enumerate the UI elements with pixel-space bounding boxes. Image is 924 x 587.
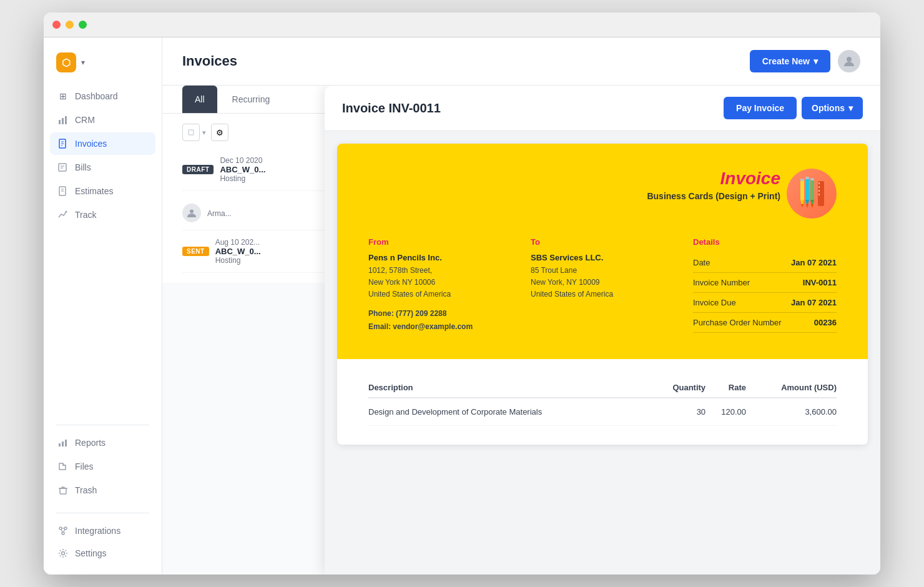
sidebar-item-settings[interactable]: Settings [50,542,155,565]
sidebar: ⬡ ▾ ⊞ Dashboard CRM [44,37,162,575]
svg-rect-16 [65,440,67,446]
sidebar-item-label: Estimates [75,186,113,196]
col-amount: Amount (USD) [746,378,837,398]
to-label: To [531,237,674,247]
crm-icon [57,114,69,126]
col-rate: Rate [705,378,746,398]
svg-marker-47 [811,204,813,208]
svg-marker-43 [806,204,808,208]
trash-icon [57,485,69,496]
panel-header: Invoice INV-0011 Pay Invoice Options ▾ [325,86,880,131]
svg-rect-14 [59,443,61,446]
sidebar-nav: ⊞ Dashboard CRM [44,85,162,418]
from-label: From [368,237,512,247]
create-new-button[interactable]: Create New ▾ [750,50,830,72]
sidebar-item-integrations[interactable]: Integrations [50,520,155,542]
details-section: Details Date Jan 07 2021 Invoice Number [693,237,837,334]
invoice-table-section: Description Quantity Rate Amount (USD) D… [337,359,868,445]
pay-invoice-button[interactable]: Pay Invoice [724,97,797,119]
detail-row-date: Date Jan 07 2021 [693,253,837,273]
status-badge: DRAFT [182,165,214,174]
svg-rect-2 [65,116,67,124]
table-settings-button[interactable]: ⚙ [211,124,229,141]
invoice-line-items-table: Description Quantity Rate Amount (USD) D… [368,378,837,426]
sidebar-item-track[interactable]: Track [50,204,155,226]
status-badge: SENT [182,247,209,256]
invoice-yellow-section: Invoice Business Cards (Design + Print) [337,144,868,359]
bills-icon [57,162,69,173]
svg-rect-37 [800,180,804,200]
sidebar-item-files[interactable]: Files [50,455,155,478]
invoice-word: Invoice [720,169,780,189]
page-title: Invoices [182,53,237,69]
sidebar-item-label: Reports [75,438,106,448]
invoice-address-grid: From Pens n Pencils Inc. 1012, 578th Str… [368,237,837,334]
cell-quantity: 30 [652,398,705,426]
svg-rect-15 [62,441,64,446]
maximize-button[interactable] [79,21,87,29]
sidebar-item-label: Files [75,461,94,471]
main-content-area: Invoices Create New ▾ [162,37,880,575]
svg-rect-17 [60,488,66,494]
options-button[interactable]: Options ▾ [802,97,863,119]
reports-icon [57,437,69,448]
col-quantity: Quantity [652,378,705,398]
table-row: Design and Development of Corporate Mate… [368,398,837,426]
sidebar-logo[interactable]: ⬡ ▾ [44,47,162,85]
minimize-button[interactable] [66,21,74,29]
detail-row-po: Purchase Order Number 00236 [693,313,837,333]
sidebar-item-invoices[interactable]: Invoices [50,132,155,155]
invoice-detail-panel: Invoice INV-0011 Pay Invoice Options ▾ [325,86,880,575]
sidebar-item-label: Integrations [75,526,120,536]
invoice-illustration [787,169,837,219]
col-description: Description [368,378,652,398]
sidebar-item-label: CRM [75,115,95,125]
svg-point-24 [62,532,64,535]
svg-rect-45 [810,179,814,200]
sidebar-item-crm[interactable]: CRM [50,109,155,131]
cell-amount: 3,600.00 [746,398,837,426]
estimates-icon [57,185,69,197]
sidebar-item-reports[interactable]: Reports [50,432,155,454]
integrations-icon [57,525,69,536]
sidebar-item-dashboard[interactable]: ⊞ Dashboard [50,85,155,107]
svg-rect-36 [818,194,820,195]
contact-name: Arma... [207,209,232,218]
chevron-down-icon: ▾ [813,56,818,66]
user-avatar[interactable] [838,50,860,72]
to-address: 85 Trout Lane New York, NY 10009 United … [531,265,674,301]
svg-point-13 [66,211,67,213]
select-all-checkbox[interactable] [182,124,200,141]
sidebar-bottom-nav: Reports Files [44,432,162,501]
cell-description: Design and Development of Corporate Mate… [368,398,652,426]
titlebar [44,12,880,37]
main-header: Invoices Create New ▾ [162,37,880,86]
svg-rect-35 [818,190,820,192]
app-logo-icon: ⬡ [56,52,76,72]
svg-rect-7 [59,164,66,171]
details-rows: Date Jan 07 2021 Invoice Number INV-0011 [693,253,837,333]
gear-icon [57,548,69,559]
from-contact: Phone: (777) 209 2288 Email: vendor@exam… [368,307,512,334]
sidebar-item-trash[interactable]: Trash [50,479,155,501]
svg-rect-48 [810,178,814,180]
svg-rect-34 [818,186,820,188]
svg-rect-0 [59,120,61,124]
header-right: Create New ▾ [750,50,860,72]
tab-all[interactable]: All [182,86,217,113]
svg-marker-39 [801,204,804,207]
svg-rect-30 [189,130,194,135]
sidebar-item-bills[interactable]: Bills [50,156,155,179]
close-button[interactable] [52,21,61,29]
invoice-panel-title: Invoice INV-0011 [342,101,441,116]
svg-point-28 [62,552,65,555]
contact-avatar [182,204,201,222]
svg-rect-1 [62,118,64,124]
tab-recurring[interactable]: Recurring [220,86,283,113]
sidebar-divider [56,425,149,425]
chevron-down-icon: ▾ [81,58,85,67]
sidebar-item-label: Trash [75,485,97,495]
from-company: Pens n Pencils Inc. [368,253,512,262]
sidebar-item-estimates[interactable]: Estimates [50,180,155,202]
invoices-icon [57,138,69,149]
